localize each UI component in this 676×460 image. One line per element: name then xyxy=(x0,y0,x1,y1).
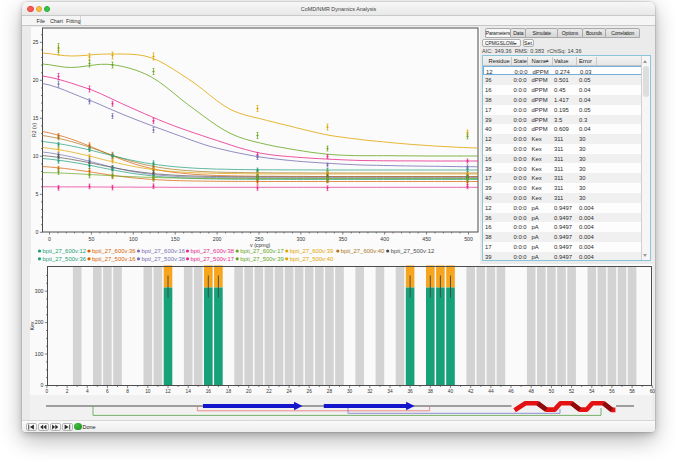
svg-text:32: 32 xyxy=(367,389,373,394)
svg-text:0: 0 xyxy=(46,389,49,394)
svg-text:500: 500 xyxy=(464,236,473,242)
svg-text:20: 20 xyxy=(246,389,252,394)
svg-text:56: 56 xyxy=(609,389,615,394)
svg-text:30: 30 xyxy=(347,389,353,394)
svg-text:38: 38 xyxy=(428,389,434,394)
svg-text:14: 14 xyxy=(186,389,192,394)
svg-text:bpti_27_600v:12: bpti_27_600v:12 xyxy=(42,248,86,254)
svg-text:100: 100 xyxy=(35,351,44,357)
svg-text:0: 0 xyxy=(48,236,51,242)
svg-text:bpti_27_600v:36: bpti_27_600v:36 xyxy=(92,248,136,254)
svg-text:20: 20 xyxy=(32,77,38,83)
svg-text:200: 200 xyxy=(35,319,44,325)
svg-text:5: 5 xyxy=(35,191,38,197)
svg-text:0: 0 xyxy=(35,228,38,234)
svg-text:34: 34 xyxy=(387,389,393,394)
svg-text:350: 350 xyxy=(338,236,347,242)
svg-text:50: 50 xyxy=(88,236,94,242)
svg-text:6: 6 xyxy=(106,389,109,394)
svg-text:R2 (v): R2 (v) xyxy=(31,122,37,136)
svg-text:36: 36 xyxy=(407,389,413,394)
svg-text:26: 26 xyxy=(307,389,313,394)
svg-text:2: 2 xyxy=(66,389,69,394)
svg-text:4: 4 xyxy=(86,389,89,394)
svg-text:bpti_27_600v:16: bpti_27_600v:16 xyxy=(141,248,185,254)
svg-text:8: 8 xyxy=(126,389,129,394)
svg-text:10: 10 xyxy=(32,153,38,159)
svg-text:25: 25 xyxy=(32,39,38,45)
svg-text:0: 0 xyxy=(41,382,44,388)
svg-text:60: 60 xyxy=(650,389,655,394)
svg-text:100: 100 xyxy=(128,236,137,242)
svg-text:bpti_27_500v:38: bpti_27_500v:38 xyxy=(141,255,185,261)
svg-text:200: 200 xyxy=(212,236,221,242)
svg-text:58: 58 xyxy=(629,389,635,394)
svg-text:40: 40 xyxy=(448,389,454,394)
svg-text:bpti_27_500v:40: bpti_27_500v:40 xyxy=(289,255,333,261)
svg-text:Kex: Kex xyxy=(30,321,35,330)
svg-text:12: 12 xyxy=(165,389,171,394)
svg-text:300: 300 xyxy=(35,288,44,294)
svg-text:bpti_27_600v:17: bpti_27_600v:17 xyxy=(240,248,284,254)
svg-text:48: 48 xyxy=(529,389,535,394)
svg-text:150: 150 xyxy=(170,236,179,242)
svg-text:10: 10 xyxy=(145,389,151,394)
svg-text:450: 450 xyxy=(422,236,431,242)
svg-text:bpti_27_500v:36: bpti_27_500v:36 xyxy=(42,255,86,261)
svg-text:50: 50 xyxy=(549,389,555,394)
svg-text:24: 24 xyxy=(286,389,292,394)
svg-text:bpti_27_600v:38: bpti_27_600v:38 xyxy=(190,248,234,254)
svg-text:bpti_27_500v:39: bpti_27_500v:39 xyxy=(240,255,284,261)
svg-text:bpti_27_500v:12: bpti_27_500v:12 xyxy=(390,248,434,254)
svg-text:bpti_27_500v:16: bpti_27_500v:16 xyxy=(92,255,136,261)
svg-text:52: 52 xyxy=(569,389,575,394)
svg-text:22: 22 xyxy=(266,389,272,394)
svg-text:bpti_27_600v:39: bpti_27_600v:39 xyxy=(289,248,333,254)
svg-text:42: 42 xyxy=(468,389,474,394)
svg-text:16: 16 xyxy=(206,389,212,394)
svg-text:bpti_27_600v:40: bpti_27_600v:40 xyxy=(340,248,384,254)
svg-text:46: 46 xyxy=(508,389,514,394)
svg-text:15: 15 xyxy=(32,115,38,121)
svg-text:400: 400 xyxy=(380,236,389,242)
svg-text:300: 300 xyxy=(296,236,305,242)
svg-text:28: 28 xyxy=(327,389,333,394)
svg-text:44: 44 xyxy=(488,389,494,394)
svg-text:bpti_27_500v:17: bpti_27_500v:17 xyxy=(190,255,234,261)
svg-text:18: 18 xyxy=(226,389,232,394)
svg-text:54: 54 xyxy=(589,389,595,394)
